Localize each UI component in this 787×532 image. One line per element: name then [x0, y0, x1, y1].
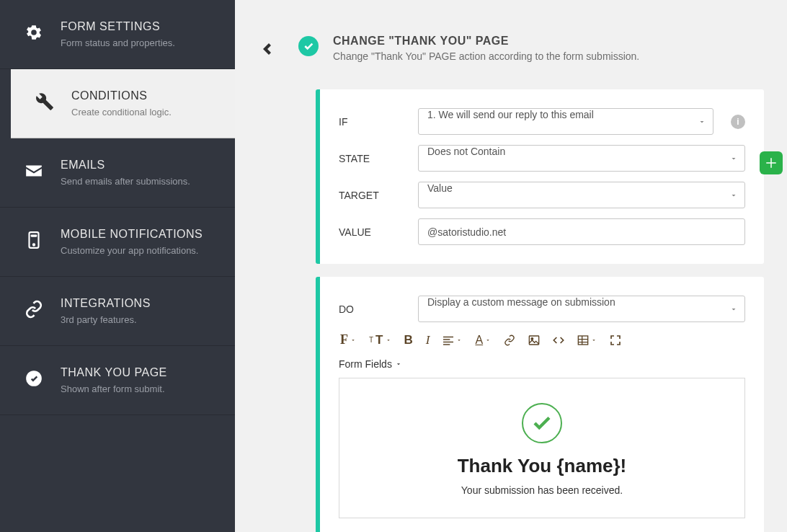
do-action-select[interactable]: Display a custom message on submission — [418, 296, 745, 322]
action-panel: DO Display a custom message on submissio… — [316, 277, 764, 532]
sidebar-item-title: EMAILS — [61, 159, 190, 172]
sidebar-item-title: THANK YOU PAGE — [61, 366, 167, 379]
sidebar-item-title: MOBILE NOTIFICATIONS — [61, 228, 203, 241]
code-button[interactable] — [553, 334, 564, 346]
link-button[interactable] — [504, 334, 515, 346]
svg-point-9 — [531, 337, 533, 340]
sidebar-item-emails[interactable]: EMAILS Send emails after submissions. — [0, 138, 235, 208]
add-condition-button[interactable] — [760, 151, 783, 174]
message-heading: Thank You {name}! — [351, 455, 733, 477]
sidebar-item-conditions[interactable]: CONDITIONS Create conditional logic. — [11, 69, 235, 138]
page-header: CHANGE "THANK YOU" PAGE Change "Thank Yo… — [258, 35, 764, 63]
font-size-button[interactable]: TT — [369, 333, 391, 347]
check-circle-icon — [298, 36, 319, 56]
do-label: DO — [339, 303, 406, 315]
gear-icon — [23, 22, 45, 43]
sidebar-item-thank-you-page[interactable]: THANK YOU PAGE Shown after form submit. — [0, 346, 235, 415]
check-icon — [522, 403, 562, 443]
state-label: STATE — [339, 153, 406, 164]
svg-rect-2 — [31, 234, 37, 236]
state-select[interactable]: Does not Contain — [418, 145, 745, 172]
svg-rect-10 — [578, 336, 587, 345]
sidebar-item-title: CONDITIONS — [71, 89, 172, 102]
message-editor[interactable]: Thank You {name}! Your submission has be… — [339, 378, 745, 518]
link-icon — [23, 298, 45, 320]
if-label: IF — [339, 116, 406, 128]
mobile-icon — [23, 229, 45, 251]
sidebar-item-subtitle: Create conditional logic. — [71, 107, 172, 118]
main-panel: CHANGE "THANK YOU" PAGE Change "Thank Yo… — [235, 0, 787, 532]
sidebar-item-subtitle: Form status and properties. — [61, 37, 175, 48]
svg-rect-4 — [443, 336, 453, 337]
sidebar-item-form-settings[interactable]: FORM SETTINGS Form status and properties… — [0, 0, 235, 69]
image-button[interactable] — [528, 334, 540, 346]
target-select[interactable]: Value — [418, 182, 745, 208]
form-fields-dropdown[interactable]: Form Fields — [339, 358, 402, 370]
sidebar: FORM SETTINGS Form status and properties… — [0, 0, 235, 532]
svg-rect-6 — [443, 341, 453, 342]
bold-button[interactable]: B — [404, 333, 413, 347]
fullscreen-button[interactable] — [610, 334, 621, 346]
svg-rect-5 — [443, 339, 450, 340]
text-color-button[interactable]: A — [475, 334, 491, 347]
back-button[interactable] — [258, 37, 284, 63]
page-title: CHANGE "THANK YOU" PAGE — [333, 35, 639, 48]
table-button[interactable] — [577, 334, 597, 346]
sidebar-item-subtitle: Shown after form submit. — [61, 384, 167, 394]
info-icon: i — [731, 115, 745, 129]
sidebar-item-integrations[interactable]: INTEGRATIONS 3rd party features. — [0, 277, 235, 346]
if-field-select[interactable]: 1. We will send our reply to this email — [418, 108, 713, 135]
value-input[interactable] — [418, 218, 745, 245]
font-family-button[interactable]: F — [340, 332, 356, 347]
target-label: TARGET — [339, 190, 406, 201]
align-button[interactable] — [443, 335, 462, 345]
value-label: VALUE — [339, 226, 406, 238]
svg-point-1 — [33, 244, 35, 245]
condition-panel: IF 1. We will send our reply to this ema… — [316, 89, 764, 264]
tools-icon — [34, 91, 55, 112]
sidebar-item-title: INTEGRATIONS — [61, 297, 151, 310]
sidebar-item-subtitle: 3rd party features. — [61, 314, 151, 325]
svg-rect-7 — [443, 344, 450, 345]
sidebar-item-title: FORM SETTINGS — [61, 20, 175, 33]
editor-toolbar: F TT B I A — [340, 332, 745, 347]
italic-button[interactable]: I — [426, 333, 430, 347]
page-subtitle: Change "Thank You" PAGE action according… — [333, 50, 639, 62]
message-body: Your submission has been received. — [351, 484, 733, 496]
sidebar-item-subtitle: Customize your app notifications. — [61, 245, 203, 256]
envelope-icon — [23, 160, 45, 182]
sidebar-item-subtitle: Send emails after submissions. — [61, 176, 190, 187]
check-circle-icon — [23, 368, 45, 389]
sidebar-item-mobile-notifications[interactable]: MOBILE NOTIFICATIONS Customize your app … — [0, 208, 235, 277]
